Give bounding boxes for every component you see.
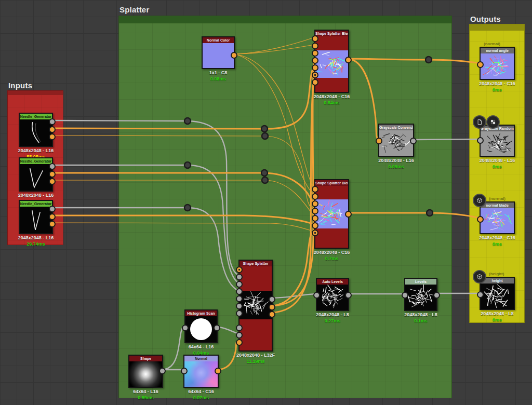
input-port[interactable] xyxy=(312,215,318,222)
wire[interactable] xyxy=(51,173,314,203)
output-port[interactable] xyxy=(49,178,56,185)
input-port[interactable] xyxy=(236,274,243,280)
wire[interactable] xyxy=(51,120,238,275)
node-normal-color[interactable]: Normal Color 1x1 - C8 0.08ms xyxy=(202,36,235,69)
input-port[interactable] xyxy=(312,208,318,214)
cube-icon[interactable] xyxy=(473,270,486,284)
input-port[interactable] xyxy=(236,295,243,302)
node-shape-splatter[interactable]: Shape Splatter 2048x2048 - L32F 11.19ms xyxy=(238,260,273,352)
output-port[interactable] xyxy=(345,211,352,218)
input-port[interactable] xyxy=(312,43,318,49)
wire[interactable] xyxy=(412,139,480,140)
node-shape[interactable]: Shape 64x64 - L16 0.59ms xyxy=(128,355,163,388)
output-port[interactable] xyxy=(49,206,56,212)
node-needle-generator-2[interactable]: Needle_Generator 2048x2048 - L16 176.08m… xyxy=(19,157,53,192)
node-normal[interactable]: Normal 64x64 - C16 0.07ms xyxy=(183,355,219,388)
wire[interactable] xyxy=(348,213,480,218)
input-port[interactable] xyxy=(236,281,243,288)
output-port[interactable] xyxy=(269,304,275,310)
wire-junction-dot[interactable] xyxy=(261,170,268,176)
node-shape-splatter-blend-2[interactable]: Shape Splatter Blend C... 2048x2048 - C1… xyxy=(314,179,349,249)
output-port[interactable] xyxy=(49,163,56,170)
input-port[interactable] xyxy=(477,137,484,144)
input-port[interactable] xyxy=(312,50,318,57)
input-port[interactable] xyxy=(236,339,243,346)
input-port[interactable] xyxy=(236,325,243,331)
input-port[interactable] xyxy=(376,138,382,144)
node-graph-canvas[interactable]: { "frames": { "splatter": {"title": "Spl… xyxy=(0,0,532,405)
input-port[interactable] xyxy=(236,288,243,295)
node-needle-generator-1[interactable]: Needle_Generator 2048x2048 - L16 55.05ms xyxy=(19,113,53,147)
output-port[interactable] xyxy=(49,118,56,125)
wire-junction-dot[interactable] xyxy=(184,118,191,124)
wire[interactable] xyxy=(348,59,378,140)
input-port[interactable] xyxy=(182,325,189,331)
node-auto-levels[interactable]: Auto Levels 2048x2048 - L8 0.27ms xyxy=(316,278,349,311)
wire-junction-dot[interactable] xyxy=(262,133,268,139)
input-port[interactable] xyxy=(236,303,243,309)
wire-junction-dot[interactable] xyxy=(261,126,268,132)
output-port[interactable] xyxy=(159,368,166,374)
input-port[interactable] xyxy=(477,291,484,298)
page-icon[interactable] xyxy=(473,115,486,129)
input-port[interactable] xyxy=(312,186,318,193)
input-port[interactable] xyxy=(477,216,484,223)
node-output-height[interactable]: (height) height 2048x2048 - L8 0ms xyxy=(480,277,515,310)
input-port[interactable] xyxy=(312,79,318,86)
output-port[interactable] xyxy=(231,52,237,59)
output-port[interactable] xyxy=(345,292,352,299)
output-port[interactable] xyxy=(214,325,220,331)
output-port[interactable] xyxy=(49,171,56,178)
wire[interactable] xyxy=(348,59,480,63)
output-port[interactable] xyxy=(410,138,417,144)
input-port[interactable] xyxy=(312,230,318,236)
node-shape-splatter-blend-1[interactable]: Shape Splatter Blend C... 2048x2048 - C1… xyxy=(314,30,349,93)
wire-junction-dot[interactable] xyxy=(427,210,433,216)
output-port[interactable] xyxy=(345,57,352,63)
wire-junction-dot[interactable] xyxy=(262,177,268,183)
node-output-normal-angle[interactable]: (normal) normal angle 2048x2048 - C16 0m… xyxy=(480,47,515,80)
node-levels[interactable]: Levels 2048x2048 - L8 0.1ms xyxy=(404,278,437,311)
output-port[interactable] xyxy=(49,133,56,140)
wire[interactable] xyxy=(51,165,238,283)
wire[interactable] xyxy=(233,54,314,188)
input-port[interactable] xyxy=(312,222,318,229)
node-output-grayscale-random[interactable]: Grayscale Random 2048x2048 - L16 0ms xyxy=(480,125,515,157)
cube-icon[interactable] xyxy=(473,194,486,207)
output-port[interactable] xyxy=(49,126,56,133)
input-port[interactable] xyxy=(181,368,188,374)
input-port[interactable] xyxy=(236,310,243,317)
input-port[interactable] xyxy=(312,57,318,64)
output-port[interactable] xyxy=(215,368,221,374)
node-size-label: 2048x2048 - C16 xyxy=(304,94,360,99)
input-port[interactable] xyxy=(477,61,484,68)
node-needle-generator-3[interactable]: Needle_Generator 2048x2048 - L16 29.74ms xyxy=(19,200,53,234)
wire[interactable] xyxy=(51,66,314,129)
input-port[interactable] xyxy=(236,266,243,273)
wire[interactable] xyxy=(233,37,314,54)
input-port[interactable] xyxy=(312,64,318,71)
output-port[interactable] xyxy=(269,311,275,318)
wire-junction-dot[interactable] xyxy=(425,57,432,63)
input-port[interactable] xyxy=(312,200,318,207)
input-port[interactable] xyxy=(402,292,408,299)
checker-icon[interactable] xyxy=(486,115,500,129)
wire-junction-dot[interactable] xyxy=(184,162,191,168)
node-output-normal-blade[interactable]: (normal) normal blade 2048x2048 - C16 0m… xyxy=(480,201,515,234)
output-port[interactable] xyxy=(433,292,440,299)
node-grayscale-conversion[interactable]: Grayscale Conversion 2048x2048 - L16 0.0… xyxy=(378,124,414,157)
wire[interactable] xyxy=(51,223,314,232)
output-port[interactable] xyxy=(269,296,275,303)
wire[interactable] xyxy=(51,208,238,291)
input-port[interactable] xyxy=(312,35,318,42)
output-port[interactable] xyxy=(49,213,56,220)
wire[interactable] xyxy=(51,180,314,217)
input-port[interactable] xyxy=(312,72,318,78)
input-port[interactable] xyxy=(312,193,318,200)
output-port[interactable] xyxy=(49,221,56,227)
input-port[interactable] xyxy=(313,292,320,299)
wire[interactable] xyxy=(233,45,314,54)
node-histogram-scan[interactable]: Histogram Scan 64x64 - L16 0.04ms xyxy=(184,309,218,343)
input-port[interactable] xyxy=(236,332,243,339)
wire-junction-dot[interactable] xyxy=(184,205,191,211)
